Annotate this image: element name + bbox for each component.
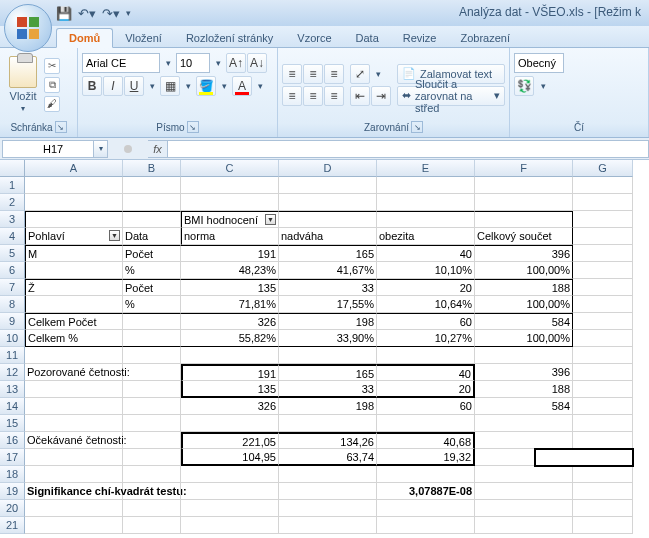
cell[interactable]: 10,10% xyxy=(377,262,475,279)
tab-layout[interactable]: Rozložení stránky xyxy=(174,29,285,47)
italic-button[interactable]: I xyxy=(103,76,123,96)
cell[interactable]: Pohlaví▼ xyxy=(25,228,123,245)
row-header[interactable]: 18 xyxy=(0,466,25,483)
align-center-icon[interactable]: ≡ xyxy=(303,86,323,106)
align-top-icon[interactable]: ≡ xyxy=(282,64,302,84)
row-header[interactable]: 2 xyxy=(0,194,25,211)
cell[interactable]: Ž xyxy=(25,279,123,296)
row-header[interactable]: 8 xyxy=(0,296,25,313)
tab-insert[interactable]: Vložení xyxy=(113,29,174,47)
col-header[interactable]: C xyxy=(181,160,279,177)
orientation-icon[interactable]: ⤢ xyxy=(350,64,370,84)
cell[interactable]: Celkem Počet xyxy=(25,313,123,330)
bold-button[interactable]: B xyxy=(82,76,102,96)
paste-button[interactable]: Vložit ▾ xyxy=(4,54,42,115)
cut-icon[interactable]: ✂ xyxy=(44,58,60,74)
cell[interactable]: 165 xyxy=(279,245,377,262)
cell[interactable]: Celkový součet xyxy=(475,228,573,245)
cell[interactable]: Data xyxy=(123,228,181,245)
qat-dropdown-icon[interactable]: ▾ xyxy=(126,8,131,18)
cell[interactable]: 33 xyxy=(279,279,377,296)
tab-view[interactable]: Zobrazení xyxy=(448,29,522,47)
row-header[interactable]: 20 xyxy=(0,500,25,517)
border-button[interactable]: ▦ xyxy=(160,76,180,96)
cell[interactable]: 33 xyxy=(279,381,377,398)
fill-color-button[interactable]: 🪣 xyxy=(196,76,216,96)
row-header[interactable]: 14 xyxy=(0,398,25,415)
cell[interactable]: obezita xyxy=(377,228,475,245)
cell[interactable]: 20 xyxy=(377,381,475,398)
align-launcher-icon[interactable]: ↘ xyxy=(411,121,423,133)
font-size-input[interactable] xyxy=(176,53,210,73)
currency-icon[interactable]: 💱 xyxy=(514,76,534,96)
office-button[interactable] xyxy=(4,4,52,52)
col-header[interactable]: A xyxy=(25,160,123,177)
row-header[interactable]: 10 xyxy=(0,330,25,347)
cell[interactable]: Signifikance chí-kvadrát testu: xyxy=(25,483,123,500)
align-right-icon[interactable]: ≡ xyxy=(324,86,344,106)
cell[interactable]: 188 xyxy=(475,381,573,398)
cell[interactable]: 17,55% xyxy=(279,296,377,313)
cell[interactable]: 135 xyxy=(181,381,279,398)
cell[interactable]: 396 xyxy=(475,245,573,262)
cell[interactable]: 10,27% xyxy=(377,330,475,347)
cell[interactable]: 326 xyxy=(181,313,279,330)
number-format-select[interactable] xyxy=(514,53,564,73)
row-header[interactable]: 9 xyxy=(0,313,25,330)
fx-icon[interactable]: fx xyxy=(148,140,168,158)
cell[interactable]: % xyxy=(123,262,181,279)
indent-dec-icon[interactable]: ⇤ xyxy=(350,86,370,106)
shrink-font-icon[interactable]: A↓ xyxy=(247,53,267,73)
align-bottom-icon[interactable]: ≡ xyxy=(324,64,344,84)
format-painter-icon[interactable]: 🖌 xyxy=(44,96,60,112)
cell[interactable]: BMI hodnocení▼ xyxy=(181,211,279,228)
cell[interactable]: 41,67% xyxy=(279,262,377,279)
tab-formulas[interactable]: Vzorce xyxy=(285,29,343,47)
row-header[interactable]: 11 xyxy=(0,347,25,364)
align-middle-icon[interactable]: ≡ xyxy=(303,64,323,84)
fontcolor-dd-icon[interactable]: ▾ xyxy=(253,76,267,96)
row-header[interactable]: 21 xyxy=(0,517,25,534)
tab-data[interactable]: Data xyxy=(344,29,391,47)
cell[interactable]: 135 xyxy=(181,279,279,296)
cell[interactable]: Počet xyxy=(123,245,181,262)
border-dd-icon[interactable]: ▾ xyxy=(181,76,195,96)
cell[interactable]: 71,81% xyxy=(181,296,279,313)
tab-review[interactable]: Revize xyxy=(391,29,449,47)
col-header[interactable]: G xyxy=(573,160,633,177)
clipboard-launcher-icon[interactable]: ↘ xyxy=(55,121,67,133)
cell[interactable]: 100,00% xyxy=(475,296,573,313)
row-header[interactable]: 7 xyxy=(0,279,25,296)
row-header[interactable]: 13 xyxy=(0,381,25,398)
cell[interactable]: 134,26 xyxy=(279,432,377,449)
cell[interactable]: 40,68 xyxy=(377,432,475,449)
cell[interactable]: 198 xyxy=(279,398,377,415)
indent-inc-icon[interactable]: ⇥ xyxy=(371,86,391,106)
cell[interactable]: 191 xyxy=(181,245,279,262)
cell[interactable]: 60 xyxy=(377,313,475,330)
col-header[interactable]: D xyxy=(279,160,377,177)
cell[interactable]: 584 xyxy=(475,398,573,415)
redo-icon[interactable]: ↷▾ xyxy=(102,6,120,21)
undo-icon[interactable]: ↶▾ xyxy=(78,6,96,21)
cell[interactable]: 63,74 xyxy=(279,449,377,466)
save-icon[interactable]: 💾 xyxy=(56,6,72,21)
cell[interactable]: Celkem % xyxy=(25,330,123,347)
col-header[interactable]: E xyxy=(377,160,475,177)
cell[interactable]: norma xyxy=(181,228,279,245)
size-dd-icon[interactable]: ▾ xyxy=(211,53,225,73)
filter-dd-icon[interactable]: ▼ xyxy=(109,230,120,241)
row-header[interactable]: 6 xyxy=(0,262,25,279)
curr-dd-icon[interactable]: ▾ xyxy=(536,76,550,96)
cell[interactable]: 40 xyxy=(377,364,475,381)
cell[interactable]: 198 xyxy=(279,313,377,330)
cell[interactable]: 48,23% xyxy=(181,262,279,279)
cell[interactable]: Pozorované četnosti: xyxy=(25,364,123,381)
cell[interactable]: Počet xyxy=(123,279,181,296)
formula-bar[interactable] xyxy=(168,140,649,158)
col-header[interactable]: B xyxy=(123,160,181,177)
filter-dd-icon[interactable]: ▼ xyxy=(265,214,276,225)
grow-font-icon[interactable]: A↑ xyxy=(226,53,246,73)
font-dd-icon[interactable]: ▾ xyxy=(161,53,175,73)
align-left-icon[interactable]: ≡ xyxy=(282,86,302,106)
